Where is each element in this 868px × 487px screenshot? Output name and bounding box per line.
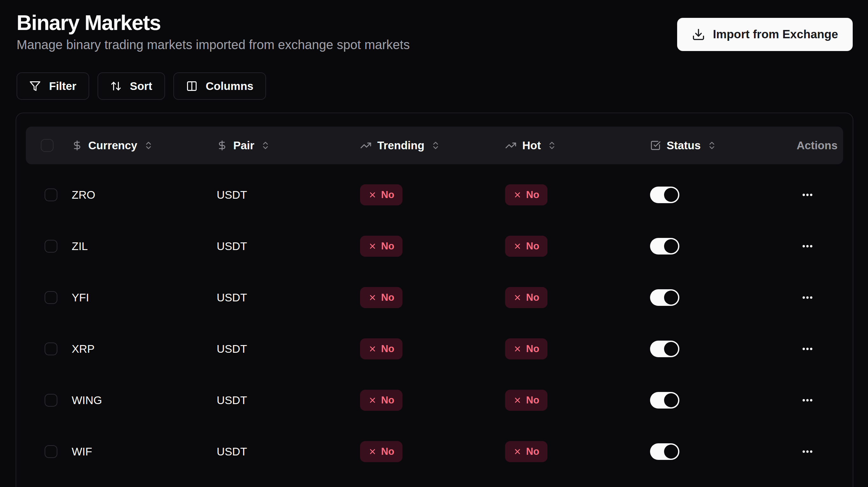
x-icon — [368, 242, 377, 250]
trending-no-badge: No — [360, 390, 402, 411]
columns-button-label: Columns — [206, 80, 254, 92]
trending-up-icon — [505, 140, 517, 151]
column-header-label: Status — [666, 139, 701, 152]
trending-cell: No — [352, 441, 497, 462]
status-cell — [642, 289, 789, 306]
hot-badge-label: No — [526, 240, 539, 252]
ellipsis-icon — [801, 240, 814, 253]
column-header-currency[interactable]: Currency — [64, 139, 209, 152]
sort-button-label: Sort — [130, 80, 152, 92]
row-checkbox[interactable] — [44, 189, 57, 201]
hot-cell: No — [497, 390, 642, 411]
row-checkbox[interactable] — [44, 394, 57, 407]
hot-no-badge: No — [505, 236, 548, 257]
header-select-cell — [26, 139, 64, 152]
status-toggle[interactable] — [650, 392, 679, 408]
x-icon — [513, 396, 522, 404]
chevrons-up-down-icon — [707, 141, 717, 150]
row-actions-button[interactable] — [799, 392, 816, 408]
column-header-trending[interactable]: Trending — [352, 139, 497, 152]
arrow-up-down-icon — [110, 80, 122, 92]
table-body: ZRO USDT No No — [26, 169, 843, 478]
chevrons-up-down-icon — [144, 141, 153, 150]
row-checkbox[interactable] — [44, 240, 57, 253]
currency-value: WIF — [72, 445, 92, 458]
row-actions-button[interactable] — [799, 341, 816, 357]
pair-cell: USDT — [209, 189, 352, 201]
status-toggle[interactable] — [650, 443, 679, 460]
hot-no-badge: No — [505, 184, 548, 205]
row-select-cell — [26, 240, 64, 253]
trending-cell: No — [352, 390, 497, 411]
pair-cell: USDT — [209, 394, 352, 407]
column-header-hot[interactable]: Hot — [497, 139, 642, 152]
chevrons-up-down-icon — [261, 141, 270, 150]
trending-cell: No — [352, 184, 497, 205]
x-icon — [368, 293, 377, 302]
pair-cell: USDT — [209, 445, 352, 458]
currency-cell: ZIL — [64, 240, 209, 253]
row-checkbox[interactable] — [44, 343, 57, 355]
x-icon — [513, 448, 522, 456]
toggle-thumb — [664, 188, 678, 202]
column-header-pair[interactable]: Pair — [209, 139, 352, 152]
status-cell — [642, 238, 789, 255]
currency-value: WING — [72, 394, 102, 407]
status-toggle[interactable] — [650, 187, 679, 203]
trending-no-badge: No — [360, 184, 402, 205]
x-icon — [368, 345, 377, 353]
status-toggle[interactable] — [650, 289, 679, 306]
check-square-icon — [650, 140, 661, 151]
ellipsis-icon — [801, 291, 814, 304]
row-actions-button[interactable] — [799, 187, 816, 203]
column-header-status[interactable]: Status — [642, 139, 789, 152]
currency-cell: ZRO — [64, 189, 209, 201]
chevrons-up-down-icon — [547, 141, 557, 150]
trending-cell: No — [352, 287, 497, 308]
row-checkbox[interactable] — [44, 291, 57, 304]
hot-badge-label: No — [526, 189, 539, 201]
status-toggle[interactable] — [650, 238, 679, 255]
row-actions-button[interactable] — [799, 289, 816, 306]
row-actions-button[interactable] — [799, 443, 816, 460]
currency-value: ZIL — [72, 240, 88, 253]
hot-badge-label: No — [526, 343, 539, 355]
filter-button[interactable]: Filter — [17, 73, 89, 100]
sort-button[interactable]: Sort — [97, 73, 165, 100]
pair-cell: USDT — [209, 343, 352, 355]
row-select-cell — [26, 189, 64, 201]
ellipsis-icon — [801, 445, 814, 458]
currency-value: XRP — [72, 343, 95, 355]
x-icon — [368, 191, 377, 199]
filter-funnel-icon — [29, 80, 41, 92]
status-cell — [642, 392, 789, 408]
columns-button[interactable]: Columns — [173, 73, 267, 100]
ellipsis-icon — [801, 343, 814, 355]
status-toggle[interactable] — [650, 341, 679, 357]
actions-cell — [789, 341, 843, 357]
table-header-row: Currency Pair Trending — [26, 126, 843, 164]
x-icon — [513, 345, 522, 353]
hot-cell: No — [497, 184, 642, 205]
import-from-exchange-button[interactable]: Import from Exchange — [677, 18, 853, 51]
trending-cell: No — [352, 338, 497, 360]
dollar-icon — [217, 140, 227, 151]
select-all-checkbox[interactable] — [41, 139, 54, 152]
currency-cell: YFI — [64, 291, 209, 304]
table-row: XRP USDT No No — [26, 323, 843, 375]
markets-table-card: Currency Pair Trending — [16, 113, 853, 487]
toolbar: Filter Sort Columns — [17, 73, 853, 100]
pair-value: USDT — [217, 343, 247, 355]
row-checkbox[interactable] — [44, 445, 57, 458]
download-icon — [692, 28, 705, 41]
x-icon — [368, 396, 377, 404]
row-actions-button[interactable] — [799, 238, 816, 255]
dollar-icon — [72, 140, 83, 151]
toggle-thumb — [664, 393, 678, 407]
column-header-label: Actions — [797, 139, 837, 152]
pair-value: USDT — [217, 189, 247, 201]
table-row: ZRO USDT No No — [26, 169, 843, 221]
pair-value: USDT — [217, 394, 247, 407]
trending-no-badge: No — [360, 287, 402, 308]
column-header-label: Currency — [88, 139, 137, 152]
